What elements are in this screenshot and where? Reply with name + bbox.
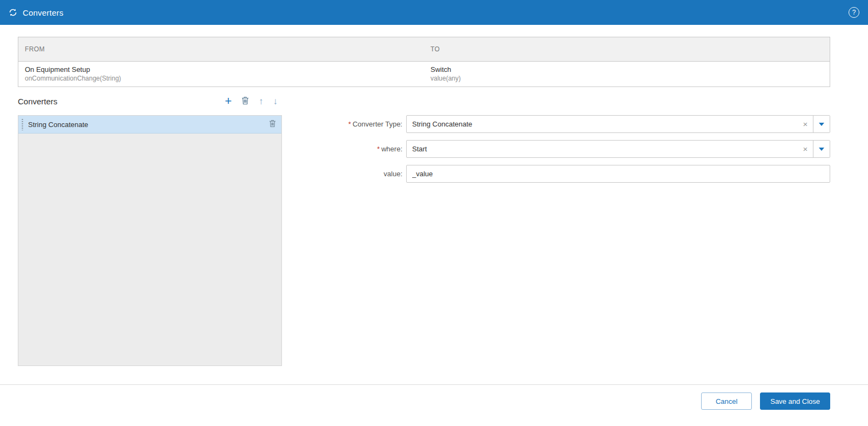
title-bar: Converters ? xyxy=(0,0,868,25)
chevron-down-icon[interactable] xyxy=(813,116,830,132)
trash-icon xyxy=(241,96,249,106)
converter-type-combobox: × xyxy=(406,115,830,133)
where-control: × xyxy=(406,140,830,158)
converter-icon xyxy=(9,8,17,17)
required-marker: * xyxy=(348,120,351,128)
clear-icon[interactable]: × xyxy=(798,116,813,132)
converters-list: String Concatenate xyxy=(18,115,282,366)
from-title: On Equipment Setup xyxy=(25,65,418,74)
where-combobox: × xyxy=(406,140,830,158)
converter-form: *Converter Type: × *where: xyxy=(282,87,830,366)
delete-converter-button[interactable] xyxy=(241,96,249,106)
column-header-from: FROM xyxy=(18,37,424,61)
main-area: Converters + ↑ ↓ xyxy=(18,87,830,366)
to-cell: Switch value(any) xyxy=(424,62,830,86)
where-input[interactable] xyxy=(407,141,798,157)
column-header-to: TO xyxy=(424,37,830,61)
to-detail: value(any) xyxy=(430,75,823,82)
content-area: FROM TO On Equipment Setup onCommunicati… xyxy=(0,25,868,366)
converter-type-input[interactable] xyxy=(407,116,798,132)
value-label: value: xyxy=(282,170,406,178)
converter-type-control: × xyxy=(406,115,830,133)
converters-toolbar: + ↑ ↓ xyxy=(225,95,282,107)
value-input[interactable] xyxy=(406,165,830,183)
footer-bar: Cancel Save and Close xyxy=(0,384,868,426)
from-detail: onCommunicationChange(String) xyxy=(25,75,418,82)
where-label: *where: xyxy=(282,145,406,153)
delete-item-button[interactable] xyxy=(269,119,276,129)
converters-list-section: Converters + ↑ ↓ xyxy=(18,87,282,366)
drag-handle-icon[interactable] xyxy=(22,118,23,130)
converters-panel-header: Converters + ↑ ↓ xyxy=(18,87,282,115)
move-down-button[interactable]: ↓ xyxy=(273,97,278,106)
mapping-table: FROM TO On Equipment Setup onCommunicati… xyxy=(18,37,830,87)
value-control xyxy=(406,165,830,183)
table-row: On Equipment Setup onCommunicationChange… xyxy=(18,62,830,86)
converter-type-label: *Converter Type: xyxy=(282,120,406,128)
move-up-button[interactable]: ↑ xyxy=(259,97,264,106)
list-item[interactable]: String Concatenate xyxy=(18,116,281,134)
clear-icon[interactable]: × xyxy=(798,141,813,157)
cancel-button[interactable]: Cancel xyxy=(701,392,752,410)
trash-icon xyxy=(269,119,276,129)
required-marker: * xyxy=(377,145,380,153)
page-title: Converters xyxy=(23,8,63,17)
from-cell: On Equipment Setup onCommunicationChange… xyxy=(18,62,424,86)
list-item-label: String Concatenate xyxy=(28,121,269,129)
form-row-where: *where: × xyxy=(282,140,830,158)
form-row-converter-type: *Converter Type: × xyxy=(282,115,830,133)
add-converter-button[interactable]: + xyxy=(225,95,232,107)
save-and-close-button[interactable]: Save and Close xyxy=(760,392,830,410)
to-title: Switch xyxy=(430,65,823,74)
help-icon[interactable]: ? xyxy=(849,7,859,18)
mapping-table-header: FROM TO xyxy=(18,37,830,62)
converters-panel-title: Converters xyxy=(18,97,57,106)
form-row-value: value: xyxy=(282,165,830,183)
chevron-down-icon[interactable] xyxy=(813,141,830,157)
